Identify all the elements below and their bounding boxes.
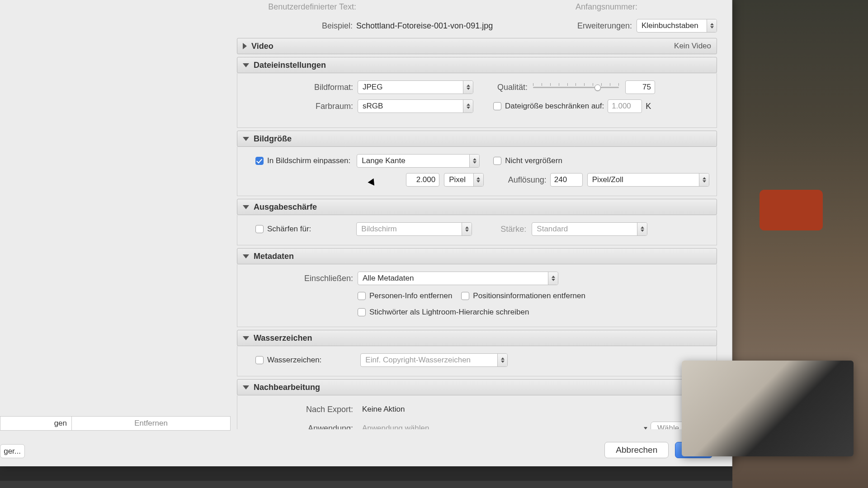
fit-mode-value: Lange Kante	[362, 156, 405, 165]
colorspace-label: Farbraum:	[245, 102, 353, 111]
stepper-icon	[463, 81, 473, 94]
preset-add-button[interactable]: gen	[0, 416, 71, 431]
stepper-icon	[462, 223, 472, 235]
disclosure-down-icon	[243, 205, 249, 209]
stepper-icon	[699, 174, 709, 186]
extensions-label: Erweiterungen:	[577, 21, 632, 31]
slider-knob[interactable]	[594, 84, 601, 91]
section-post-header[interactable]: Nachbearbeitung	[237, 379, 717, 395]
preset-remove-button[interactable]: Entfernen	[71, 416, 231, 431]
disclosure-down-icon	[243, 336, 249, 340]
disclosure-down-icon	[243, 254, 249, 258]
choose-app-button[interactable]: Wähle	[651, 422, 686, 429]
limit-filesize-label: Dateigröße beschränken auf:	[505, 102, 604, 111]
meta-include-select[interactable]: Alle Metadaten	[358, 272, 558, 285]
section-size-title: Bildgröße	[254, 134, 292, 144]
disclosure-right-icon	[243, 43, 247, 49]
format-value: JPEG	[363, 83, 382, 92]
meta-include-value: Alle Metadaten	[363, 274, 414, 283]
section-post-body: Nach Export: Keine Aktion Anwendung: Anw…	[237, 395, 717, 429]
section-watermark-body: Wasserzeichen: Einf. Copyright-Wasserzei…	[237, 346, 717, 376]
limit-filesize-unit: K	[646, 102, 651, 111]
limit-filesize-checkbox[interactable]	[493, 102, 501, 110]
section-file-header[interactable]: Dateieinstellungen	[237, 57, 717, 73]
sharpen-for-select: Bildschirm	[356, 222, 472, 236]
dialog-footer: Abbrechen Exp	[237, 442, 717, 463]
stepper-icon	[707, 19, 717, 32]
dimension-input[interactable]	[406, 173, 439, 187]
resolution-unit-select[interactable]: Pixel/Zoll	[587, 173, 709, 187]
dropdown-icon	[641, 422, 651, 429]
webcam-overlay	[682, 361, 854, 456]
section-metadata-title: Metadaten	[254, 252, 294, 261]
section-post-title: Nachbearbeitung	[254, 383, 320, 392]
colorspace-select[interactable]: sRGB	[358, 99, 473, 113]
colorspace-value: sRGB	[363, 102, 383, 111]
example-label: Beispiel:	[237, 21, 353, 31]
format-label: Bildformat:	[245, 83, 353, 92]
section-video-title: Video	[251, 42, 274, 51]
bottom-strip	[0, 481, 732, 488]
section-video-header[interactable]: Video Kein Video	[237, 38, 717, 54]
export-dialog: gen Entfernen ger... Benutzerdefinierter…	[0, 0, 732, 466]
disclosure-down-icon	[243, 63, 249, 67]
section-size-header[interactable]: Bildgröße	[237, 131, 717, 147]
example-filename: Schottland-Fotoreise-001-von-091.jpg	[356, 21, 493, 31]
fit-mode-select[interactable]: Lange Kante	[357, 154, 480, 168]
watermark-select: Einf. Copyright-Wasserzeichen	[360, 353, 508, 367]
resolution-unit-value: Pixel/Zoll	[592, 175, 623, 184]
quality-input[interactable]	[625, 80, 655, 94]
section-file-body: Bildformat: JPEG Qualität: Farbraum: sRG…	[237, 73, 717, 128]
disclosure-down-icon	[243, 137, 249, 141]
section-metadata-header[interactable]: Metadaten	[237, 248, 717, 264]
presets-column: gen Entfernen ger...	[0, 0, 231, 466]
stepper-icon	[497, 354, 507, 366]
watermark-label: Wasserzeichen:	[267, 356, 321, 365]
cancel-button[interactable]: Abbrechen	[604, 442, 669, 458]
resize-to-fit-checkbox[interactable]	[255, 157, 264, 165]
section-metadata-body: Einschließen: Alle Metadaten Personen-In…	[237, 264, 717, 327]
sharpen-for-value: Bildschirm	[361, 225, 396, 234]
application-select: Anwendung wählen...	[358, 422, 651, 429]
after-export-value: Keine Aktion	[362, 405, 405, 414]
quality-slider[interactable]	[533, 83, 619, 91]
settings-panel: Benutzerdefinierter Text: Anfangsnummer:…	[237, 0, 717, 429]
sharpen-amount-value: Standard	[537, 225, 568, 234]
watermark-checkbox[interactable]	[255, 356, 264, 364]
section-sharpen-header[interactable]: Ausgabeschärfe	[237, 199, 717, 215]
remove-person-checkbox[interactable]	[358, 292, 366, 300]
dimension-unit-select[interactable]: Pixel	[444, 173, 484, 187]
remove-location-label: Positionsinformationen entfernen	[473, 291, 585, 300]
resize-to-fit-label: In Bildschirm einpassen:	[267, 156, 350, 165]
quality-label: Qualität:	[473, 83, 528, 92]
sharpen-for-checkbox[interactable]	[255, 225, 264, 233]
after-export-select[interactable]: Keine Aktion	[358, 403, 683, 416]
section-watermark-header[interactable]: Wasserzeichen	[237, 330, 717, 346]
resolution-input[interactable]	[550, 173, 583, 187]
keywords-hierarchy-label: Stichwörter als Lightroom-Hierarchie sch…	[369, 308, 529, 317]
disclosure-down-icon	[243, 385, 249, 389]
plugin-manager-button[interactable]: ger...	[0, 444, 25, 458]
watermark-value: Einf. Copyright-Wasserzeichen	[365, 356, 471, 365]
remove-person-label: Personen-Info entfernen	[369, 291, 452, 300]
application-value: Anwendung wählen...	[362, 424, 436, 429]
meta-include-label: Einschließen:	[245, 274, 353, 283]
dont-enlarge-checkbox[interactable]	[493, 157, 501, 165]
section-sharpen-body: Schärfen für: Bildschirm Stärke: Standar…	[237, 215, 717, 245]
remove-location-checkbox[interactable]	[461, 292, 469, 300]
keywords-hierarchy-checkbox[interactable]	[358, 308, 366, 316]
start-number-label: Anfangsnummer:	[572, 2, 717, 12]
sharpen-amount-select: Standard	[532, 222, 647, 236]
application-label: Anwendung:	[245, 424, 353, 430]
custom-text-label: Benutzerdefinierter Text:	[237, 2, 356, 12]
video-status: Kein Video	[674, 42, 711, 51]
sharpen-amount-label: Stärke:	[472, 225, 526, 234]
extensions-select[interactable]: Kleinbuchstaben	[637, 19, 717, 33]
format-select[interactable]: JPEG	[358, 80, 473, 94]
dimension-unit-value: Pixel	[449, 175, 466, 184]
section-watermark-title: Wasserzeichen	[254, 333, 312, 343]
stepper-icon	[637, 223, 647, 235]
dont-enlarge-label: Nicht vergrößern	[505, 156, 562, 165]
section-sharpen-title: Ausgabeschärfe	[254, 202, 317, 212]
section-file-title: Dateieinstellungen	[254, 61, 326, 70]
